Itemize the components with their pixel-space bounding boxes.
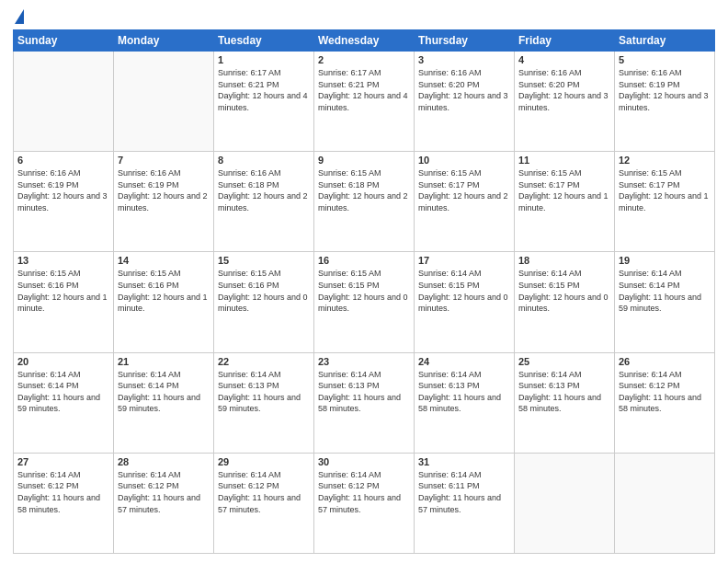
day-number: 14 [118, 255, 210, 266]
calendar-cell: 23Sunrise: 6:14 AM Sunset: 6:13 PM Dayli… [314, 352, 415, 453]
calendar-cell: 7Sunrise: 6:16 AM Sunset: 6:19 PM Daylig… [114, 152, 214, 252]
day-number: 17 [418, 255, 510, 266]
weekday-header-tuesday: Tuesday [214, 30, 314, 52]
calendar-cell: 3Sunrise: 6:16 AM Sunset: 6:20 PM Daylig… [415, 52, 515, 152]
weekday-header-thursday: Thursday [415, 30, 515, 52]
weekday-header-friday: Friday [515, 30, 615, 52]
calendar-week-4: 20Sunrise: 6:14 AM Sunset: 6:14 PM Dayli… [14, 352, 715, 453]
calendar-cell: 10Sunrise: 6:15 AM Sunset: 6:17 PM Dayli… [415, 152, 515, 252]
logo [13, 9, 24, 24]
calendar-cell: 29Sunrise: 6:14 AM Sunset: 6:12 PM Dayli… [214, 453, 314, 553]
day-info: Sunrise: 6:14 AM Sunset: 6:12 PM Dayligh… [318, 469, 410, 515]
day-info: Sunrise: 6:16 AM Sunset: 6:18 PM Dayligh… [218, 167, 310, 213]
calendar-cell: 30Sunrise: 6:14 AM Sunset: 6:12 PM Dayli… [314, 453, 415, 553]
day-number: 16 [318, 255, 410, 266]
calendar-cell: 11Sunrise: 6:15 AM Sunset: 6:17 PM Dayli… [515, 152, 615, 252]
day-info: Sunrise: 6:14 AM Sunset: 6:14 PM Dayligh… [619, 268, 711, 314]
day-info: Sunrise: 6:15 AM Sunset: 6:17 PM Dayligh… [619, 167, 711, 213]
day-info: Sunrise: 6:15 AM Sunset: 6:18 PM Dayligh… [318, 167, 410, 213]
day-number: 10 [418, 155, 510, 166]
calendar-table: SundayMondayTuesdayWednesdayThursdayFrid… [13, 29, 715, 554]
day-number: 25 [518, 356, 610, 367]
calendar-cell: 21Sunrise: 6:14 AM Sunset: 6:14 PM Dayli… [114, 352, 214, 453]
day-number: 28 [118, 456, 210, 467]
day-number: 5 [619, 54, 711, 65]
day-number: 11 [518, 155, 610, 166]
day-info: Sunrise: 6:17 AM Sunset: 6:21 PM Dayligh… [218, 67, 310, 113]
day-number: 29 [218, 456, 310, 467]
day-number: 7 [118, 155, 210, 166]
day-number: 31 [418, 456, 510, 467]
day-info: Sunrise: 6:14 AM Sunset: 6:13 PM Dayligh… [418, 369, 510, 415]
calendar-cell [615, 453, 715, 553]
day-info: Sunrise: 6:15 AM Sunset: 6:17 PM Dayligh… [518, 167, 610, 213]
day-info: Sunrise: 6:14 AM Sunset: 6:12 PM Dayligh… [118, 469, 210, 515]
header [13, 9, 715, 24]
day-info: Sunrise: 6:14 AM Sunset: 6:13 PM Dayligh… [218, 369, 310, 415]
day-number: 27 [17, 456, 109, 467]
day-info: Sunrise: 6:14 AM Sunset: 6:12 PM Dayligh… [218, 469, 310, 515]
calendar-cell: 8Sunrise: 6:16 AM Sunset: 6:18 PM Daylig… [214, 152, 314, 252]
day-info: Sunrise: 6:16 AM Sunset: 6:20 PM Dayligh… [418, 67, 510, 113]
calendar-cell: 26Sunrise: 6:14 AM Sunset: 6:12 PM Dayli… [615, 352, 715, 453]
day-info: Sunrise: 6:14 AM Sunset: 6:12 PM Dayligh… [17, 469, 109, 515]
weekday-header-sunday: Sunday [14, 30, 114, 52]
calendar-cell: 9Sunrise: 6:15 AM Sunset: 6:18 PM Daylig… [314, 152, 415, 252]
day-number: 23 [318, 356, 410, 367]
day-info: Sunrise: 6:14 AM Sunset: 6:14 PM Dayligh… [118, 369, 210, 415]
day-info: Sunrise: 6:14 AM Sunset: 6:13 PM Dayligh… [518, 369, 610, 415]
day-number: 20 [17, 356, 109, 367]
weekday-header-saturday: Saturday [615, 30, 715, 52]
day-info: Sunrise: 6:16 AM Sunset: 6:19 PM Dayligh… [619, 67, 711, 113]
calendar-cell: 4Sunrise: 6:16 AM Sunset: 6:20 PM Daylig… [515, 52, 615, 152]
day-info: Sunrise: 6:15 AM Sunset: 6:16 PM Dayligh… [218, 268, 310, 314]
day-info: Sunrise: 6:15 AM Sunset: 6:17 PM Dayligh… [418, 167, 510, 213]
calendar-week-3: 13Sunrise: 6:15 AM Sunset: 6:16 PM Dayli… [14, 252, 715, 352]
day-number: 6 [17, 155, 109, 166]
calendar-cell: 1Sunrise: 6:17 AM Sunset: 6:21 PM Daylig… [214, 52, 314, 152]
weekday-header-row: SundayMondayTuesdayWednesdayThursdayFrid… [14, 30, 715, 52]
calendar-cell: 17Sunrise: 6:14 AM Sunset: 6:15 PM Dayli… [415, 252, 515, 352]
day-info: Sunrise: 6:16 AM Sunset: 6:19 PM Dayligh… [118, 167, 210, 213]
calendar-cell [114, 52, 214, 152]
calendar-week-2: 6Sunrise: 6:16 AM Sunset: 6:19 PM Daylig… [14, 152, 715, 252]
calendar-cell: 14Sunrise: 6:15 AM Sunset: 6:16 PM Dayli… [114, 252, 214, 352]
calendar-cell: 28Sunrise: 6:14 AM Sunset: 6:12 PM Dayli… [114, 453, 214, 553]
day-number: 12 [619, 155, 711, 166]
calendar-cell: 18Sunrise: 6:14 AM Sunset: 6:15 PM Dayli… [515, 252, 615, 352]
day-number: 15 [218, 255, 310, 266]
calendar-cell [515, 453, 615, 553]
day-number: 2 [318, 54, 410, 65]
calendar-cell: 5Sunrise: 6:16 AM Sunset: 6:19 PM Daylig… [615, 52, 715, 152]
day-number: 26 [619, 356, 711, 367]
calendar-cell: 31Sunrise: 6:14 AM Sunset: 6:11 PM Dayli… [415, 453, 515, 553]
day-number: 18 [518, 255, 610, 266]
day-number: 9 [318, 155, 410, 166]
day-number: 8 [218, 155, 310, 166]
day-info: Sunrise: 6:17 AM Sunset: 6:21 PM Dayligh… [318, 67, 410, 113]
logo-triangle-icon [15, 9, 24, 24]
day-info: Sunrise: 6:14 AM Sunset: 6:15 PM Dayligh… [518, 268, 610, 314]
calendar-cell: 6Sunrise: 6:16 AM Sunset: 6:19 PM Daylig… [14, 152, 114, 252]
calendar-cell [14, 52, 114, 152]
day-info: Sunrise: 6:14 AM Sunset: 6:14 PM Dayligh… [17, 369, 109, 415]
day-info: Sunrise: 6:14 AM Sunset: 6:13 PM Dayligh… [318, 369, 410, 415]
day-info: Sunrise: 6:14 AM Sunset: 6:15 PM Dayligh… [418, 268, 510, 314]
day-number: 24 [418, 356, 510, 367]
calendar-cell: 22Sunrise: 6:14 AM Sunset: 6:13 PM Dayli… [214, 352, 314, 453]
calendar-week-5: 27Sunrise: 6:14 AM Sunset: 6:12 PM Dayli… [14, 453, 715, 553]
day-info: Sunrise: 6:15 AM Sunset: 6:16 PM Dayligh… [118, 268, 210, 314]
day-info: Sunrise: 6:14 AM Sunset: 6:12 PM Dayligh… [619, 369, 711, 415]
day-number: 30 [318, 456, 410, 467]
calendar-cell: 15Sunrise: 6:15 AM Sunset: 6:16 PM Dayli… [214, 252, 314, 352]
calendar-cell: 20Sunrise: 6:14 AM Sunset: 6:14 PM Dayli… [14, 352, 114, 453]
weekday-header-monday: Monday [114, 30, 214, 52]
day-number: 13 [17, 255, 109, 266]
day-info: Sunrise: 6:15 AM Sunset: 6:15 PM Dayligh… [318, 268, 410, 314]
calendar-cell: 16Sunrise: 6:15 AM Sunset: 6:15 PM Dayli… [314, 252, 415, 352]
day-info: Sunrise: 6:16 AM Sunset: 6:19 PM Dayligh… [17, 167, 109, 213]
day-number: 4 [518, 54, 610, 65]
calendar-cell: 13Sunrise: 6:15 AM Sunset: 6:16 PM Dayli… [14, 252, 114, 352]
page: SundayMondayTuesdayWednesdayThursdayFrid… [0, 0, 728, 563]
day-number: 22 [218, 356, 310, 367]
